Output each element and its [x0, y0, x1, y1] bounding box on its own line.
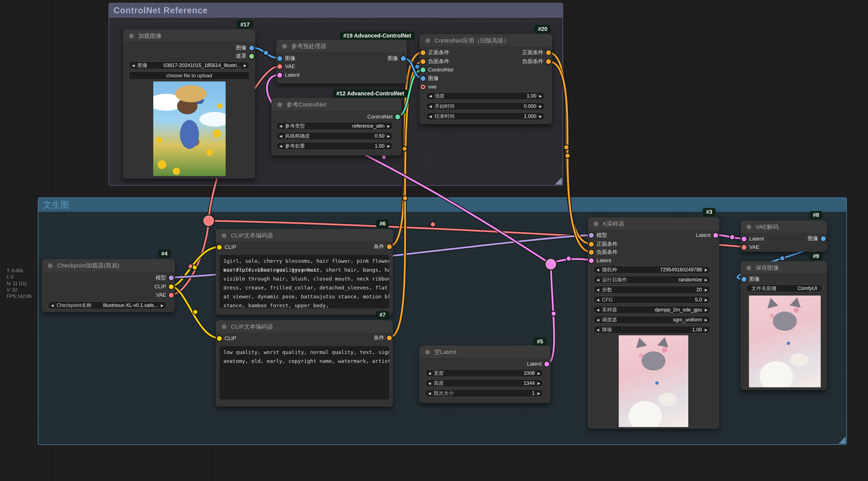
collapse-dot-icon[interactable]: [222, 233, 226, 238]
start-percent-widget[interactable]: ◀开始时间0.000▶: [426, 102, 545, 110]
input-port-clip[interactable]: CLIP: [217, 245, 236, 250]
after-generate-widget[interactable]: ◀运行后操作randomize▶: [593, 276, 711, 284]
collapse-dot-icon[interactable]: [425, 38, 430, 43]
sampler-widget[interactable]: ◀采样器dpmpp_2m_sde_gpu▶: [593, 306, 711, 314]
vae-port-dot[interactable]: [742, 245, 746, 250]
prev-arrow-icon[interactable]: ◀: [596, 318, 599, 322]
prev-arrow-icon[interactable]: ◀: [132, 63, 135, 68]
output-port-image[interactable]: 图像: [808, 236, 826, 241]
prev-arrow-icon[interactable]: ◀: [279, 144, 282, 148]
conditioning-port-dot[interactable]: [387, 335, 392, 340]
next-arrow-icon[interactable]: ▶: [539, 104, 542, 108]
image-port-dot[interactable]: [421, 76, 425, 81]
input-port-model[interactable]: 模型: [589, 232, 607, 238]
collapse-dot-icon[interactable]: [425, 350, 430, 354]
input-port-clip[interactable]: CLIP: [217, 335, 236, 341]
input-port-latent[interactable]: Latent: [277, 72, 300, 78]
collapse-dot-icon[interactable]: [746, 225, 751, 229]
clip-port-dot[interactable]: [169, 284, 174, 289]
prev-arrow-icon[interactable]: ◀: [428, 371, 431, 375]
reference-type-widget[interactable]: ◀参考类型reference_attn▶: [276, 122, 393, 130]
collapse-dot-icon[interactable]: [282, 44, 287, 49]
input-port-latent[interactable]: Latent: [742, 236, 764, 242]
positive-prompt-textarea[interactable]: 1girl, solo, cherry blossoms, hair flowe…: [219, 255, 389, 308]
conditioning-port-dot[interactable]: [421, 50, 425, 55]
input-port-negative[interactable]: 负面条件: [421, 59, 449, 64]
node-title-bar[interactable]: CLIP文本编码器: [216, 321, 393, 333]
choose-file-button[interactable]: choose file to upload: [129, 71, 250, 80]
image-select-widget[interactable]: ◀ 图像 03817-20241015_185614_Illustri... ▶: [129, 61, 250, 69]
input-port-negative[interactable]: 负面条件: [589, 249, 618, 255]
prev-arrow-icon[interactable]: ◀: [596, 278, 599, 282]
latent-port-dot[interactable]: [713, 233, 718, 238]
next-arrow-icon[interactable]: ▶: [387, 134, 390, 138]
next-arrow-icon[interactable]: ▶: [537, 371, 540, 375]
node-graph-canvas[interactable]: ControlNet Reference 文生图: [0, 0, 868, 481]
vae-reroute-dot[interactable]: [204, 216, 214, 226]
next-arrow-icon[interactable]: ▶: [387, 144, 390, 148]
conditioning-port-dot[interactable]: [589, 242, 594, 247]
output-port-conditioning[interactable]: 条件: [374, 335, 392, 341]
node-title-bar[interactable]: K采样器: [588, 218, 719, 230]
collapse-dot-icon[interactable]: [222, 324, 226, 329]
node-checkpoint-loader[interactable]: Checkpoint加载器(简易) 模型 CLIP VAE ◀Checkpoin…: [42, 259, 175, 312]
prev-arrow-icon[interactable]: ◀: [51, 303, 54, 308]
node-empty-latent[interactable]: 空Latent Latent ◀宽度1008▶ ◀高度1344▶ ◀批次大小1▶: [419, 346, 550, 403]
latent-port-dot[interactable]: [742, 236, 746, 241]
output-port-model[interactable]: 模型: [156, 275, 174, 281]
controlnet-port-dot[interactable]: [421, 68, 425, 72]
output-port-latent[interactable]: Latent: [527, 361, 549, 367]
node-ksampler[interactable]: K采样器 模型 正面条件 负面条件 Latent Latent ◀随机种7295…: [588, 217, 719, 429]
latent-reroute-dot[interactable]: [546, 259, 556, 269]
prev-arrow-icon[interactable]: ◀: [596, 328, 599, 332]
clip-port-dot[interactable]: [217, 336, 222, 341]
input-port-latent[interactable]: Latent: [589, 258, 611, 263]
collapse-dot-icon[interactable]: [746, 265, 751, 270]
input-port-image[interactable]: 图像: [742, 276, 760, 282]
input-port-vae[interactable]: VAE: [742, 245, 760, 250]
next-arrow-icon[interactable]: ▶: [705, 328, 708, 332]
node-title-bar[interactable]: VAE解码: [741, 221, 827, 233]
next-arrow-icon[interactable]: ▶: [705, 288, 708, 292]
output-port-vae[interactable]: VAE: [156, 292, 174, 298]
cfg-widget[interactable]: ◀CFG5.0▶: [593, 296, 711, 303]
node-apply-controlnet[interactable]: ControlNet应用（旧版高级） 正面条件 负面条件 ControlNet …: [420, 34, 552, 124]
node-title-bar[interactable]: 参考预处理器: [277, 40, 406, 53]
latent-port-dot[interactable]: [277, 73, 282, 77]
prev-arrow-icon[interactable]: ◀: [429, 104, 432, 108]
collapse-dot-icon[interactable]: [129, 34, 134, 38]
prev-arrow-icon[interactable]: ◀: [429, 94, 432, 98]
reference-weight-widget[interactable]: ◀参考权重1.00▶: [276, 142, 393, 150]
style-fidelity-widget[interactable]: ◀风格精确度0.50▶: [276, 132, 393, 140]
node-title-bar[interactable]: Checkpoint加载器(简易): [42, 259, 175, 272]
output-port-negative[interactable]: 负面条件: [522, 59, 551, 64]
next-arrow-icon[interactable]: ▶: [244, 63, 247, 68]
node-reference-controlnet[interactable]: 参考ControlNet ControlNet ◀参考类型reference_a…: [272, 98, 401, 155]
output-port-latent[interactable]: Latent: [696, 232, 718, 238]
node-title-bar[interactable]: ControlNet应用（旧版高级）: [420, 34, 552, 47]
image-port-dot[interactable]: [277, 56, 282, 61]
input-port-positive[interactable]: 正面条件: [421, 50, 449, 55]
conditioning-port-dot[interactable]: [589, 250, 594, 255]
next-arrow-icon[interactable]: ▶: [705, 298, 708, 302]
node-vae-decode[interactable]: VAE解码 Latent VAE 图像: [741, 221, 827, 252]
output-port-conditioning[interactable]: 条件: [374, 244, 392, 249]
vae-port-dot[interactable]: [169, 293, 174, 297]
node-title-bar[interactable]: 参考ControlNet: [272, 98, 401, 111]
next-arrow-icon[interactable]: ▶: [539, 94, 542, 98]
scheduler-widget[interactable]: ◀调度器sgm_uniform▶: [593, 316, 711, 324]
node-clip-text-encode-positive[interactable]: CLIP文本编码器 CLIP 条件 1girl, solo, cherry bl…: [216, 229, 393, 315]
collapse-dot-icon[interactable]: [48, 263, 53, 268]
node-title-bar[interactable]: CLIP文本编码器: [216, 229, 393, 242]
prev-arrow-icon[interactable]: ◀: [596, 268, 599, 272]
collapse-dot-icon[interactable]: [277, 102, 282, 107]
height-widget[interactable]: ◀高度1344▶: [425, 379, 543, 387]
input-port-image[interactable]: 图像: [421, 76, 439, 81]
node-save-image[interactable]: 保存图像 图像 文件名前缀ComfyUI: [741, 261, 827, 390]
batch-size-widget[interactable]: ◀批次大小1▶: [425, 389, 543, 397]
output-port-clip[interactable]: CLIP: [154, 284, 174, 289]
output-port-mask[interactable]: 遮罩: [236, 53, 254, 59]
conditioning-port-dot[interactable]: [546, 50, 551, 55]
output-port-image[interactable]: 图像: [388, 56, 406, 61]
prev-arrow-icon[interactable]: ◀: [428, 381, 431, 385]
